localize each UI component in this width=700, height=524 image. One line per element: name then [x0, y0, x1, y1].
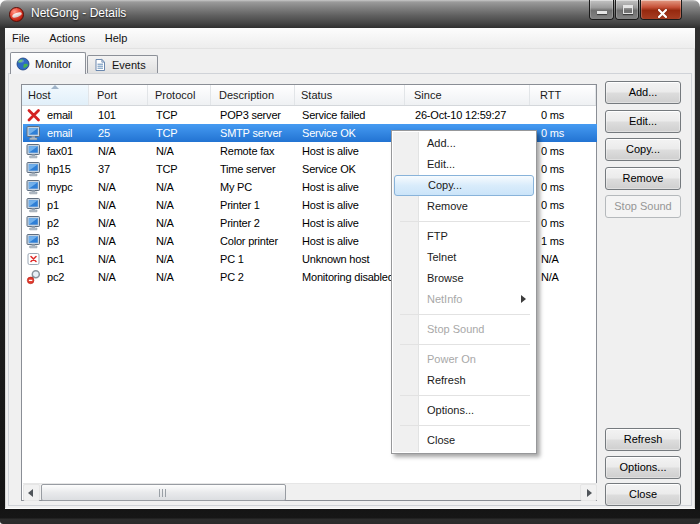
context-menu-item-remove[interactable]: Remove [394, 196, 534, 217]
maximize-icon [623, 5, 633, 14]
cell-port: 101 [90, 106, 149, 124]
edit-button[interactable]: Edit... [605, 110, 681, 133]
column-header-status[interactable]: Status [295, 85, 405, 105]
context-menu-item-browse[interactable]: Browse [394, 268, 534, 289]
options-button-bottom[interactable]: Options... [605, 456, 681, 479]
column-header-port[interactable]: Port [89, 85, 148, 105]
workstation-icon [26, 143, 42, 159]
workstation-icon [26, 233, 42, 249]
cell-rtt: 0 ms [531, 178, 597, 196]
cell-protocol: N/A [149, 232, 212, 250]
cell-host: email [23, 124, 90, 142]
window-title: NetGong - Details [31, 0, 126, 26]
cell-description: Printer 1 [212, 196, 296, 214]
maximize-button[interactable] [615, 0, 639, 20]
close-button[interactable] [640, 0, 682, 20]
cell-protocol: N/A [149, 214, 212, 232]
minimize-icon [597, 11, 607, 14]
minimize-button[interactable] [589, 0, 614, 20]
cell-port: N/A [90, 268, 149, 286]
cell-protocol: N/A [149, 250, 212, 268]
context-menu-item-add[interactable]: Add... [394, 133, 534, 154]
host-label: email [47, 124, 72, 142]
context-menu-item-ftp[interactable]: FTP [394, 226, 534, 247]
refresh-button-bottom[interactable]: Refresh [605, 428, 681, 451]
menu-file[interactable]: File [6, 28, 36, 48]
scroll-left-icon [28, 489, 33, 497]
cell-port: N/A [90, 232, 149, 250]
cell-host: p1 [23, 196, 90, 214]
context-menu-item-close[interactable]: Close [394, 430, 534, 451]
cell-rtt: 0 ms [531, 106, 597, 124]
cell-rtt: 0 ms [531, 196, 597, 214]
title-bar[interactable]: NetGong - Details [0, 0, 700, 28]
cell-protocol: TCP [149, 160, 212, 178]
horizontal-scrollbar[interactable] [23, 483, 597, 500]
cell-description: SMTP server [212, 124, 296, 142]
cell-description: Time server [212, 160, 296, 178]
cell-port: 37 [90, 160, 149, 178]
host-label: p2 [47, 214, 59, 232]
column-header-rtt[interactable]: RTT [530, 85, 596, 105]
column-header-description[interactable]: Description [211, 85, 295, 105]
tab-events-label: Events [112, 59, 146, 71]
cell-host: pc2 [23, 268, 90, 286]
cell-rtt: 0 ms [531, 124, 597, 142]
app-icon [9, 7, 24, 22]
cell-status: Service OK [296, 124, 406, 142]
scroll-left-button[interactable] [23, 484, 40, 501]
sort-ascending-icon [51, 85, 59, 89]
host-label: pc2 [47, 268, 64, 286]
close-button-bottom[interactable]: Close [605, 483, 681, 506]
cell-description: My PC [212, 178, 296, 196]
cell-host: hp15 [23, 160, 90, 178]
host-label: fax01 [47, 142, 73, 160]
scroll-right-button[interactable] [580, 484, 597, 501]
stop-sound-button[interactable]: Stop Sound [605, 195, 681, 218]
cell-protocol: N/A [149, 268, 212, 286]
tab-monitor-label: Monitor [35, 58, 72, 70]
workstation-icon [26, 215, 42, 231]
context-menu-item-refresh[interactable]: Refresh [394, 370, 534, 391]
context-menu-separator [400, 314, 530, 315]
host-label: p3 [47, 232, 59, 250]
host-label: pc1 [47, 250, 64, 268]
tab-events[interactable]: Events [87, 55, 158, 74]
cell-port: N/A [90, 196, 149, 214]
menu-actions[interactable]: Actions [43, 28, 91, 48]
document-icon [93, 58, 107, 72]
remove-button[interactable]: Remove [605, 167, 681, 190]
menu-help[interactable]: Help [99, 28, 134, 48]
column-header-since[interactable]: Since [405, 85, 530, 105]
context-menu-item-options[interactable]: Options... [394, 400, 534, 421]
column-header-host[interactable]: Host [22, 85, 89, 105]
cell-description: Printer 2 [212, 214, 296, 232]
add-button[interactable]: Add... [605, 81, 681, 104]
cell-description: PC 2 [212, 268, 296, 286]
context-menu-separator [400, 221, 530, 222]
cell-port: N/A [90, 178, 149, 196]
cell-status: Unknown host [296, 250, 406, 268]
cell-protocol: TCP [149, 124, 212, 142]
tab-monitor[interactable]: Monitor [10, 52, 86, 74]
scrollbar-thumb[interactable] [41, 484, 286, 501]
cell-protocol: N/A [149, 178, 212, 196]
workstation-icon [26, 125, 42, 141]
cell-host: p2 [23, 214, 90, 232]
copy-button[interactable]: Copy... [605, 138, 681, 161]
column-header-protocol[interactable]: Protocol [148, 85, 211, 105]
context-menu-item-netinfo: NetInfo [394, 289, 534, 310]
host-label: mypc [47, 178, 72, 196]
context-menu-item-copy[interactable]: Copy... [394, 175, 534, 196]
cell-host: mypc [23, 178, 90, 196]
table-row-email-pop3-server[interactable]: email101TCPPOP3 serverService failed26-O… [23, 106, 597, 124]
context-menu-item-telnet[interactable]: Telnet [394, 247, 534, 268]
cell-port: N/A [90, 142, 149, 160]
context-menu-separator [400, 425, 530, 426]
context-menu-item-edit[interactable]: Edit... [394, 154, 534, 175]
cell-protocol: TCP [149, 106, 212, 124]
cell-status: Host is alive [296, 178, 406, 196]
scroll-right-icon [587, 489, 592, 497]
cell-rtt: N/A [531, 250, 597, 268]
monitoring-disabled-icon [26, 269, 42, 285]
